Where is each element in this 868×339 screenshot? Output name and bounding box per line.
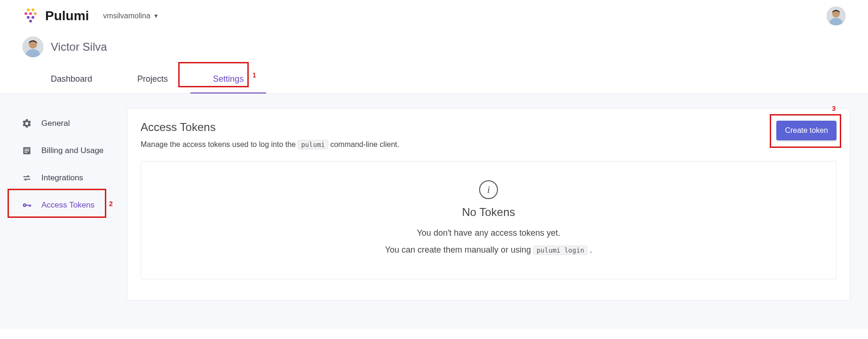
content-area: General Billing and Usage Integrations A…: [0, 94, 868, 329]
sidebar-item-label: Billing and Usage: [41, 146, 103, 155]
panel-title: Access Tokens: [141, 121, 399, 134]
sidebar-item-general[interactable]: General: [14, 110, 127, 137]
annotation-number-2: 2: [109, 200, 113, 208]
swap-icon: [22, 173, 32, 183]
tab-label: Settings: [213, 74, 244, 84]
empty-heading: No Tokens: [150, 206, 827, 219]
panel-desc-code: pulumi: [298, 140, 328, 149]
info-icon: i: [479, 180, 498, 199]
tab-label: Dashboard: [51, 74, 92, 84]
empty-line2-code: pulumi login: [533, 246, 587, 255]
empty-state: i No Tokens You don't have any access to…: [141, 161, 836, 279]
panel-header: Access Tokens Manage the access tokens u…: [141, 121, 836, 149]
sidebar-item-label: General: [41, 119, 70, 128]
svg-point-0: [27, 8, 30, 11]
svg-rect-21: [26, 205, 31, 206]
gear-icon: [22, 118, 32, 129]
list-icon: [22, 146, 32, 156]
avatar-icon: [23, 37, 43, 57]
empty-body: You don't have any access tokens yet. Yo…: [150, 224, 827, 258]
sidebar-item-billing[interactable]: Billing and Usage: [14, 137, 127, 164]
tab-settings[interactable]: Settings 1: [190, 66, 266, 93]
panel-header-text: Access Tokens Manage the access tokens u…: [141, 121, 399, 149]
sidebar-item-label: Access Tokens: [41, 200, 95, 210]
empty-line2-pre: You can create them manually or using: [385, 245, 534, 254]
annotation-number-3: 3: [832, 105, 836, 112]
svg-point-20: [24, 205, 25, 206]
tab-projects[interactable]: Projects: [115, 66, 190, 93]
panel-description: Manage the access tokens used to log int…: [141, 140, 399, 149]
top-bar-left: Pulumi vmsilvamolina ▼: [23, 7, 159, 25]
sidebar-item-integrations[interactable]: Integrations: [14, 164, 127, 192]
user-avatar-menu[interactable]: [827, 7, 845, 25]
panel-desc-pre: Manage the access tokens used to log int…: [141, 140, 298, 148]
svg-point-3: [29, 12, 32, 15]
create-token-button[interactable]: Create token: [776, 121, 836, 140]
empty-line2-post: .: [587, 245, 592, 254]
brand-name: Pulumi: [45, 8, 89, 23]
sidebar-item-label: Integrations: [41, 173, 83, 183]
empty-line-2: You can create them manually or using pu…: [150, 241, 827, 258]
access-tokens-panel: Access Tokens Manage the access tokens u…: [127, 108, 850, 300]
svg-point-7: [29, 20, 32, 23]
settings-sidebar: General Billing and Usage Integrations A…: [14, 108, 127, 300]
svg-rect-18: [24, 152, 28, 153]
user-display-name: Victor Silva: [51, 40, 107, 54]
key-icon: [22, 200, 32, 210]
svg-rect-22: [29, 205, 30, 207]
tab-label: Projects: [137, 74, 168, 84]
panel-desc-post: command-line client.: [328, 140, 399, 148]
user-bar: Victor Silva: [0, 32, 868, 66]
create-token-wrap: Create token 3: [776, 121, 836, 140]
empty-line-1: You don't have any access tokens yet.: [150, 224, 827, 241]
pulumi-logo-icon: [23, 7, 39, 25]
svg-rect-16: [24, 149, 29, 150]
caret-down-icon: ▼: [153, 13, 159, 19]
top-bar: Pulumi vmsilvamolina ▼: [0, 0, 868, 32]
brand[interactable]: Pulumi: [23, 7, 89, 25]
sidebar-item-access-tokens[interactable]: Access Tokens 2: [14, 192, 127, 219]
svg-point-5: [27, 16, 30, 19]
svg-point-2: [24, 12, 27, 15]
annotation-number-1: 1: [253, 71, 256, 79]
org-picker[interactable]: vmsilvamolina ▼: [103, 12, 158, 20]
org-picker-label: vmsilvamolina: [103, 12, 150, 20]
user-avatar-large: [23, 37, 43, 57]
svg-point-1: [32, 8, 34, 11]
svg-point-6: [32, 16, 34, 19]
svg-rect-23: [30, 205, 31, 207]
avatar-icon: [827, 7, 845, 25]
tabs: Dashboard Projects Settings 1: [0, 66, 868, 94]
svg-point-4: [34, 12, 37, 15]
svg-rect-17: [24, 150, 29, 151]
tab-dashboard[interactable]: Dashboard: [28, 66, 115, 93]
